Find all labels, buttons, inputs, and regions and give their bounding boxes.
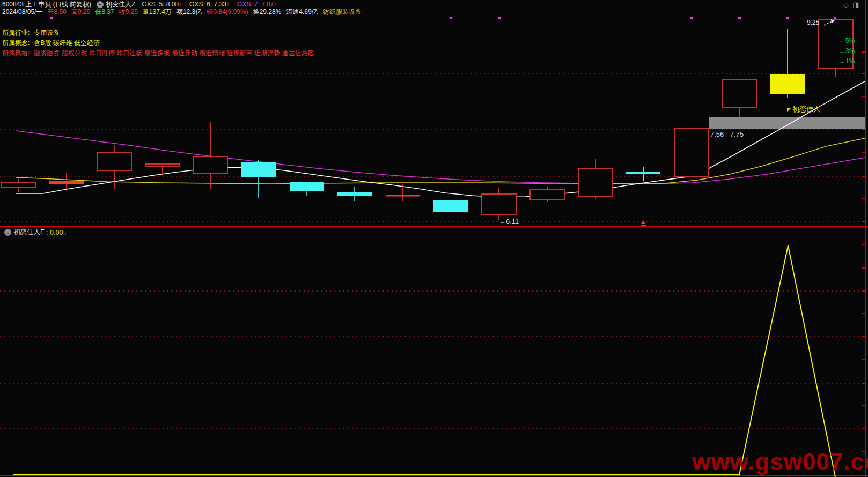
panel-layout-icon[interactable]: ◨	[852, 1, 859, 9]
gxs5-value: GXS_5: 8.08	[142, 1, 179, 8]
industry-value[interactable]: 专用设备	[34, 29, 60, 36]
signal-annotation: 初恋佳人	[787, 105, 820, 113]
chevron-down-icon: ⌄	[5, 229, 10, 235]
style-values[interactable]: 融资融券 股权分散 昨日涨停 昨日连板 最近多板 最近异动 最近情绪 近期新高 …	[34, 49, 314, 57]
sub-indicator-toggle-icon[interactable]: ⌄	[4, 229, 11, 236]
sub-indicator-line	[13, 245, 835, 477]
quote-range: 幅0.84(9.99%)	[207, 8, 248, 16]
quote-float: 流通4.69亿	[286, 8, 318, 16]
style-row: 所属风格: 融资融券 股权分散 昨日涨停 昨日连板 最近多板 最近异动 最近情绪…	[2, 49, 314, 57]
gxs6-up-arrow-icon: ↑	[226, 1, 230, 8]
highlight-band	[709, 117, 865, 129]
signal-flag-icon	[787, 108, 791, 112]
sub-indicator-colon: :	[45, 229, 50, 236]
concept-row: 所属概念: 含B股 碳纤维 低空经济	[2, 39, 100, 47]
industry-row: 所属行业: 专用设备	[2, 29, 60, 36]
quote-amount: 额12.3亿	[176, 8, 202, 16]
pct-3-label: ←3%	[839, 48, 855, 55]
gxs7-value: GXS_7: 7.07	[237, 1, 274, 8]
quote-volume: 量137.4万	[143, 8, 172, 16]
band-range-label: 7.56 - 7.75	[710, 130, 744, 138]
quote-turnover: 换29.28%	[253, 8, 282, 16]
quote-low: 低8.37	[95, 8, 114, 16]
limit-up-dots	[50, 17, 836, 19]
panel-borders	[0, 0, 868, 477]
pct-5-label: ←5%	[839, 38, 855, 44]
signal-label: 初恋佳人	[792, 105, 820, 113]
gxs5-up-arrow-icon: ↑	[179, 1, 182, 8]
diamond-icon[interactable]: ◇	[843, 1, 849, 9]
ma-magenta-line	[16, 131, 865, 184]
gxs6-value: GXS_6: 7.33	[189, 1, 226, 8]
sub-indicator-value: 0.00	[50, 229, 63, 236]
indicator-badge-label[interactable]: 初变佳人Z	[106, 1, 135, 8]
watermark: www.gsw007.com	[692, 451, 868, 473]
window-chrome: ◇ ◨	[843, 1, 859, 9]
chevron-down-icon: ⌄	[98, 1, 102, 6]
pct-1-label: ←1%	[839, 58, 855, 65]
sub-indicator-name[interactable]: 初恋佳人F	[13, 228, 45, 237]
concept-values[interactable]: 含B股 碳纤维 低空经济	[34, 39, 100, 47]
marked-low-label: ←6.11	[499, 218, 519, 226]
indicator-badge-icon[interactable]: ⌄	[97, 1, 104, 8]
gxs7-up-arrow-icon: ↑	[274, 1, 277, 8]
quote-open: 开8.50	[47, 8, 66, 16]
style-label: 所属风格:	[2, 49, 30, 57]
quote-date: 2024/08/05/一	[2, 8, 42, 16]
chart-canvas[interactable]	[0, 0, 868, 477]
industry-label: 所属行业:	[2, 29, 30, 36]
tdx-chart-window: 600843 上工申贝 (日线.前复权) ⌄ 初变佳人Z GXS_5: 8.08…	[0, 0, 868, 477]
quote-bar: 2024/08/05/一 开8.50 高9.25 低8.37 收9.25 量13…	[2, 8, 366, 16]
concept-label: 所属概念:	[2, 39, 30, 47]
sub-indicator-header: ⌄ 初恋佳人F : 0.00 ↓	[4, 228, 67, 237]
down-arrow-icon: ↓	[63, 229, 67, 236]
stock-title[interactable]: 600843 上工申贝 (日线.前复权)	[2, 1, 91, 8]
event-marker	[641, 220, 646, 225]
quote-sector[interactable]: 纺织服装设备	[323, 8, 362, 16]
quote-close: 收9.25	[119, 8, 137, 16]
price-high-label: 9.25	[807, 19, 819, 26]
quote-high: 高9.25	[71, 8, 90, 16]
header-bar: 600843 上工申贝 (日线.前复权) ⌄ 初变佳人Z GXS_5: 8.08…	[2, 1, 277, 8]
